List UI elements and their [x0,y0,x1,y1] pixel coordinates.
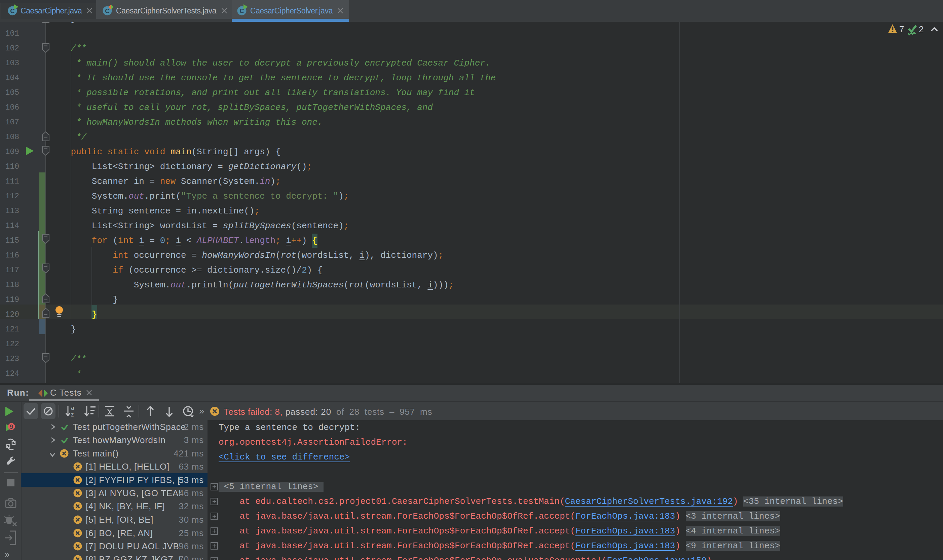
svg-text:9: 9 [10,423,14,430]
svg-text:»: » [5,549,9,559]
svg-text:C: C [105,8,109,14]
svg-text:a: a [71,405,74,411]
svg-text:7: 7 [899,24,904,34]
svg-text:»: » [199,406,205,416]
svg-text:2: 2 [919,24,923,34]
svg-text:z: z [71,411,74,418]
